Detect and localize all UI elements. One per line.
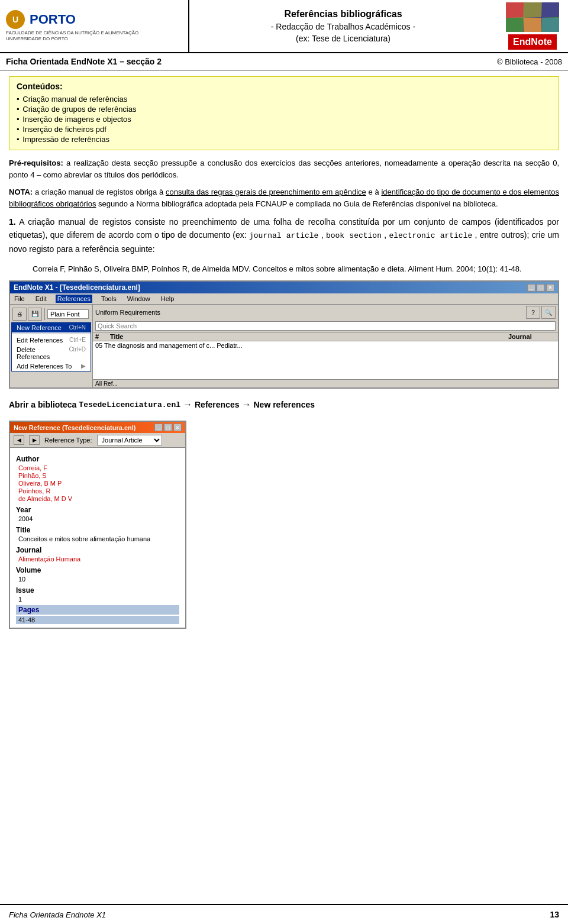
screenshot2-body: Author Correia, F Pinhão, S Oliveira, B …: [10, 448, 185, 628]
arrow-icon1: →: [183, 399, 192, 410]
abrir-references: References: [195, 400, 240, 409]
nota-text2: e à: [369, 188, 379, 196]
left-toolbar: 🖨 💾 Plain Font: [11, 306, 91, 322]
left-panel: 🖨 💾 Plain Font New Reference Ctrl+N Edit…: [10, 305, 93, 387]
endnote-logo-section: EndNote: [497, 0, 568, 52]
screenshot1-content: 🖨 💾 Plain Font New Reference Ctrl+N Edit…: [10, 305, 558, 387]
window-controls2[interactable]: _ □ ×: [154, 424, 182, 431]
nota-link1: consulta das regras gerais de preenchime…: [166, 188, 366, 196]
bullet-icon: ▪: [17, 135, 19, 143]
delete-references-item[interactable]: Delete References Ctrl+D: [12, 345, 91, 361]
citation-text: Correia F, Pinhão S, Oliveira BMP, Poính…: [33, 264, 522, 273]
footer-page-number: 13: [550, 910, 559, 919]
edit-references-item[interactable]: Edit References Ctrl+E: [12, 335, 91, 345]
header-title-section: Referências bibliográficas - Redacção de…: [189, 0, 497, 52]
list-item: ▪ Inserção de ficheiros pdf: [17, 125, 551, 134]
close-button[interactable]: ×: [546, 284, 554, 292]
right-toolbar: Uniform Requirements ? 🔍: [93, 305, 558, 320]
add-references-to-item[interactable]: Add References To ▶: [12, 361, 91, 371]
prereq-label: Pré-requisitos:: [9, 159, 63, 167]
toolbar-area: Uniform Requirements: [95, 309, 524, 316]
toolbar-separator: [44, 308, 45, 320]
print-button[interactable]: 🖨: [12, 308, 27, 321]
screenshot2-title: New Reference (Tesedelicenciatura.enl): [14, 424, 135, 431]
menu-file[interactable]: File: [12, 295, 27, 303]
new-reference-item[interactable]: New Reference Ctrl+N: [12, 323, 91, 332]
author-4: Poínhos, R: [16, 487, 179, 495]
screenshot2-titlebar: New Reference (Tesedelicenciatura.enl) _…: [10, 422, 185, 433]
ficha-title: Ficha Orientada EndNote X1 – secção 2: [6, 57, 162, 66]
statusbar: All Ref...: [93, 379, 558, 387]
nota-label: NOTA:: [9, 188, 33, 196]
nota-section: NOTA: a criação manual de registos obrig…: [9, 186, 559, 209]
maximize-button[interactable]: □: [537, 284, 545, 292]
abrir-text-prefix: Abrir a biblioteca: [9, 400, 76, 409]
page-footer: Ficha Orientada Endnote X1 13: [0, 904, 568, 924]
author-1: Correia, F: [16, 464, 179, 471]
bullet-icon: ▪: [17, 105, 19, 113]
col-header-title: Title: [110, 333, 508, 340]
section-number: 1.: [9, 217, 16, 227]
author-3: Oliveira, B M P: [16, 480, 179, 487]
abrir-mono-text: TesedeLicenciatura.enl: [79, 400, 180, 409]
ficha-copyright: © Biblioteca - 2008: [497, 57, 562, 66]
toolbar-btn1[interactable]: ?: [526, 306, 540, 319]
right-panel: Uniform Requirements ? 🔍 # Title Journal: [93, 305, 558, 387]
section-text2: ,: [321, 230, 324, 240]
menu-tools[interactable]: Tools: [99, 295, 118, 303]
uniform-req-label: Uniform Requirements: [95, 309, 160, 316]
title-value: Conceitos e mitos sobre alimentação huma…: [16, 535, 179, 542]
shortcut-label: Ctrl+D: [69, 346, 86, 360]
list-item: ▪ Inserção de imagens e objectos: [17, 115, 551, 124]
conteudos-section: Conteúdos: ▪ Criação manual de referênci…: [9, 76, 559, 150]
logo-section: U PORTO FACULDADE DE CIÊNCIAS DA NUTRIÇÃ…: [0, 0, 189, 52]
ficha-row: Ficha Orientada EndNote X1 – secção 2 © …: [0, 53, 568, 70]
menu-references[interactable]: References: [56, 295, 92, 303]
citation-block: Correia F, Pinhão S, Oliveira BMP, Poính…: [33, 263, 559, 275]
search-area: [93, 320, 558, 332]
screenshot1-menubar: File Edit References Tools Window Help: [10, 293, 558, 305]
section1: 1. A criação manual de registos consiste…: [9, 215, 559, 256]
footer-text: Ficha Orientada Endnote X1: [9, 910, 106, 919]
table-row-text: 05 The diagnosis and management of c... …: [95, 342, 243, 349]
quick-search-input[interactable]: [95, 321, 556, 331]
menu-window[interactable]: Window: [125, 295, 152, 303]
menu-edit[interactable]: Edit: [34, 295, 49, 303]
page-header: U PORTO FACULDADE DE CIÊNCIAS DA NUTRIÇÃ…: [0, 0, 568, 53]
plain-font-box[interactable]: Plain Font: [47, 309, 89, 319]
submenu-arrow: ▶: [81, 363, 86, 370]
nav-back-button[interactable]: ◀: [14, 435, 24, 445]
minimize-button[interactable]: _: [527, 284, 535, 292]
conteudos-title: Conteúdos:: [17, 82, 551, 91]
shortcut-label: Ctrl+E: [69, 337, 86, 344]
minimize-button2[interactable]: _: [154, 424, 163, 431]
mono-journal: journal article: [249, 231, 318, 240]
header-subtitle1: - Redacção de Trabalhos Académicos -: [271, 22, 415, 31]
maximize-button2[interactable]: □: [164, 424, 172, 431]
ref-type-label: Reference Type:: [44, 437, 92, 444]
table-empty-area: [93, 350, 558, 379]
pages-value: 41-48: [16, 616, 179, 624]
screenshot1-title: EndNote X1 - [Tesedelicenciatura.enl]: [14, 283, 140, 292]
menu-divider: [12, 334, 91, 334]
col-header-journal: Journal: [508, 333, 556, 340]
save-button[interactable]: 💾: [28, 308, 42, 321]
toolbar-btn2[interactable]: 🔍: [541, 306, 556, 319]
author-5: de Almeida, M D V: [16, 495, 179, 502]
journal-label: Journal: [16, 546, 179, 554]
table-row[interactable]: 05 The diagnosis and management of c... …: [93, 341, 558, 350]
nav-fwd-button[interactable]: ▶: [29, 435, 40, 445]
references-dropdown: New Reference Ctrl+N Edit References Ctr…: [11, 322, 91, 371]
abrir-biblioteca: Abrir a biblioteca TesedeLicenciatura.en…: [9, 395, 559, 415]
author-2: Pinhão, S: [16, 472, 179, 479]
ref-type-select[interactable]: Journal Article: [97, 435, 162, 445]
endnote-label: EndNote: [508, 34, 557, 50]
list-item: ▪ Criação manual de referências: [17, 95, 551, 104]
close-button2[interactable]: ×: [173, 424, 182, 431]
section-text3: ,: [384, 230, 386, 240]
window-controls[interactable]: _ □ ×: [527, 284, 554, 292]
mono-electronic: electronic article: [389, 231, 472, 240]
mono-book: book section: [326, 231, 382, 240]
author-label: Author: [16, 455, 179, 463]
menu-help[interactable]: Help: [159, 295, 176, 303]
